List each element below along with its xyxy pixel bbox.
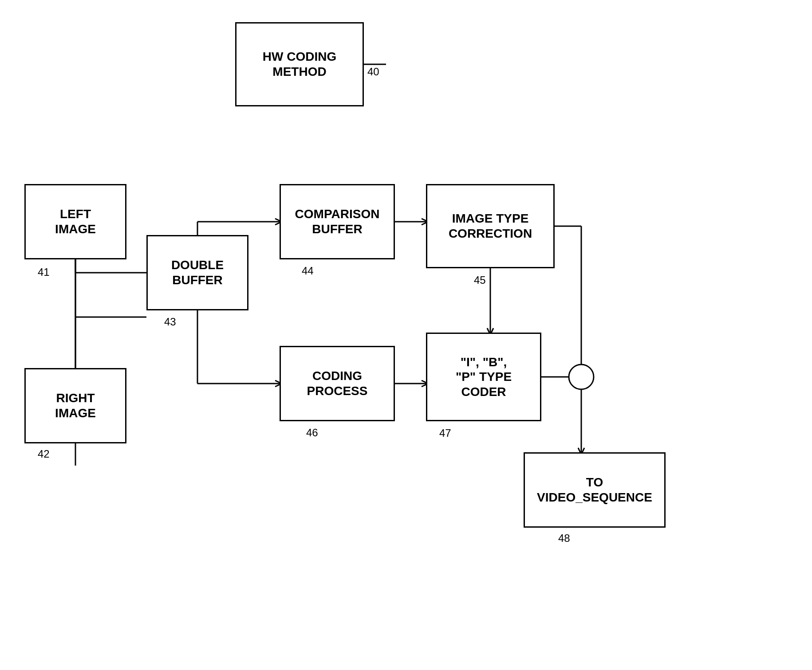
comparison-buffer-block: COMPARISONBUFFER bbox=[280, 184, 395, 259]
right-image-label: RIGHTIMAGE bbox=[55, 391, 96, 420]
double-buffer-block: DOUBLEBUFFER bbox=[146, 235, 248, 310]
ibp-coder-block: "I", "B","P" TYPECODER bbox=[426, 333, 541, 421]
ibp-coder-label: "I", "B","P" TYPECODER bbox=[456, 355, 512, 400]
hw-coding-ref: 40 bbox=[367, 66, 379, 78]
hw-coding-block: HW CODING METHOD bbox=[235, 22, 364, 106]
left-image-ref: 41 bbox=[38, 266, 50, 278]
to-video-block: TOVIDEO_SEQUENCE bbox=[524, 452, 666, 528]
svg-point-20 bbox=[569, 364, 594, 389]
right-image-block: RIGHTIMAGE bbox=[24, 368, 126, 443]
connector-circle-svg bbox=[0, 0, 812, 670]
image-type-correction-block: IMAGE TYPECORRECTION bbox=[426, 184, 555, 268]
image-type-correction-ref: 45 bbox=[474, 274, 486, 286]
comparison-buffer-ref: 44 bbox=[302, 265, 314, 277]
to-video-ref: 48 bbox=[558, 532, 570, 545]
double-buffer-label: DOUBLEBUFFER bbox=[171, 258, 224, 287]
coding-process-ref: 46 bbox=[306, 427, 318, 439]
comparison-buffer-label: COMPARISONBUFFER bbox=[295, 207, 380, 236]
double-buffer-ref: 43 bbox=[164, 316, 176, 328]
to-video-label: TOVIDEO_SEQUENCE bbox=[537, 475, 652, 505]
coding-process-block: CODINGPROCESS bbox=[280, 346, 395, 421]
coding-process-label: CODINGPROCESS bbox=[307, 368, 368, 398]
connection-lines bbox=[0, 0, 812, 670]
right-image-ref: 42 bbox=[38, 448, 50, 460]
diagram: HW CODING METHOD 40 LEFTIMAGE 41 RIGHTIM… bbox=[0, 0, 812, 670]
image-type-correction-label: IMAGE TYPECORRECTION bbox=[449, 211, 532, 241]
left-image-block: LEFTIMAGE bbox=[24, 184, 126, 259]
hw-coding-label: HW CODING METHOD bbox=[237, 49, 363, 79]
ibp-coder-ref: 47 bbox=[439, 427, 451, 439]
left-image-label: LEFTIMAGE bbox=[55, 207, 96, 236]
